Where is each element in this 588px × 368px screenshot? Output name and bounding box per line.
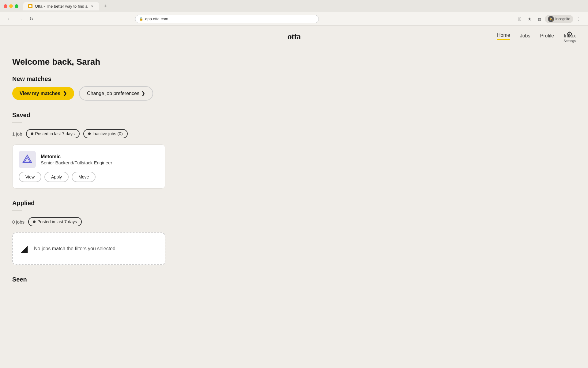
tab-close-icon[interactable]: ✕ [90,4,94,8]
section-divider-applied [12,210,22,211]
reload-button[interactable]: ↻ [27,15,36,23]
menu-icon[interactable]: ⋮ [575,15,583,23]
incognito-button[interactable]: 🕵 Incognito [545,15,573,23]
saved-filter-chip-1[interactable]: Posted in last 7 days [26,129,80,138]
tab-favicon [28,4,32,8]
app: otta Home Jobs Profile Inbox ⚙ Settings … [0,26,588,368]
traffic-lights [4,4,18,8]
job-actions: View Apply Move [19,172,159,182]
new-matches-title: New matches [12,75,263,82]
applied-filter-row: 0 jobs Posted in last 7 days [12,217,263,226]
filter-dot-1 [31,132,33,135]
move-job-button[interactable]: Move [72,172,96,182]
seen-title: Seen [12,276,263,283]
tab-title: Otta - The better way to find a [35,4,88,9]
applied-job-count: 0 jobs [12,219,24,224]
section-divider-saved [12,122,22,123]
close-button[interactable] [4,4,7,8]
view-matches-button[interactable]: View my matches ❯ [12,87,74,100]
camera-off-icon[interactable]: 📷⃠ [515,15,524,23]
filter-dot-3 [33,220,36,223]
saved-title: Saved [12,112,263,119]
company-logo [19,151,36,168]
maximize-button[interactable] [15,4,18,8]
apply-job-button[interactable]: Apply [44,172,69,182]
svg-marker-1 [23,155,32,163]
address-bar[interactable]: 🔒 app.otta.com [135,15,319,23]
minimize-button[interactable] [9,4,13,8]
sidebar-icon[interactable]: ▦ [535,15,544,23]
browser-tab[interactable]: Otta - The better way to find a ✕ [23,2,99,10]
app-header: otta Home Jobs Profile Inbox ⚙ Settings [0,26,588,47]
saved-filter-chip-2[interactable]: Inactive jobs (0) [83,129,128,138]
back-button[interactable]: ← [5,15,13,23]
funnel-icon: ◢ [20,243,28,255]
filter-dot-2 [88,132,91,135]
bookmark-icon[interactable]: ★ [525,15,534,23]
incognito-icon: 🕵 [548,16,554,22]
saved-job-count: 1 job [12,131,22,136]
saved-filter-row: 1 job Posted in last 7 days Inactive job… [12,129,263,138]
forward-button[interactable]: → [16,15,24,23]
chevron-right-icon-2: ❯ [141,90,145,96]
svg-point-0 [29,5,32,7]
applied-title: Applied [12,200,263,207]
action-buttons: View my matches ❯ Change job preferences… [12,86,263,101]
job-card-metomic: Metomic Senior Backend/Fullstack Enginee… [12,144,165,189]
settings-area[interactable]: ⚙ Settings [564,30,576,43]
main-content: Welcome back, Sarah New matches View my … [0,47,276,293]
settings-icon: ⚙ [567,30,573,38]
change-preferences-button[interactable]: Change job preferences ❯ [79,86,153,101]
nav-actions: 📷⃠ ★ ▦ 🕵 Incognito ⋮ [515,15,583,23]
browser-nav: ← → ↻ 🔒 app.otta.com 📷⃠ ★ ▦ 🕵 Incognito … [0,12,588,26]
welcome-title: Welcome back, Sarah [12,57,263,67]
job-title: Senior Backend/Fullstack Engineer [41,160,112,165]
url-text: app.otta.com [145,17,168,21]
no-jobs-card: ◢ No jobs match the filters you selected [12,232,165,265]
lock-icon: 🔒 [139,17,143,21]
no-jobs-text: No jobs match the filters you selected [34,245,115,252]
view-job-button[interactable]: View [19,172,41,182]
new-tab-button[interactable]: + [102,2,109,10]
logo: otta [288,32,301,41]
chevron-right-icon: ❯ [63,90,67,96]
incognito-label: Incognito [555,17,570,21]
settings-label: Settings [564,39,576,43]
nav-home[interactable]: Home [497,33,510,40]
nav-jobs[interactable]: Jobs [520,33,530,40]
job-card-header: Metomic Senior Backend/Fullstack Enginee… [19,151,159,168]
applied-filter-chip[interactable]: Posted in last 7 days [28,217,82,226]
nav-profile[interactable]: Profile [540,33,554,40]
job-info: Metomic Senior Backend/Fullstack Enginee… [41,154,112,165]
company-name: Metomic [41,154,112,159]
